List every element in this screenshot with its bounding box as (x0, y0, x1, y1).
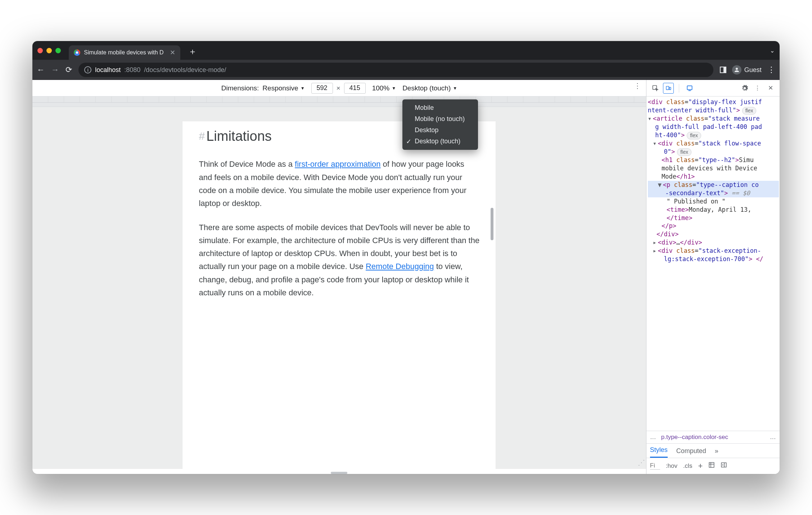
dom-node[interactable]: </time> (648, 214, 779, 222)
svg-rect-1 (666, 86, 669, 90)
browser-tab[interactable]: Simulate mobile devices with D ✕ (69, 45, 180, 60)
resize-handle-icon[interactable]: ⋰ (638, 458, 643, 467)
devtools-toolbar: ⋮ ✕ (646, 80, 780, 97)
device-toolbar-menu[interactable]: ⋮ (634, 81, 641, 90)
toggle-sidebar-icon[interactable] (721, 462, 727, 470)
device-type-option[interactable]: Desktop (touch) (402, 136, 478, 147)
dimension-ruler[interactable] (32, 97, 646, 103)
content-row: Dimensions: Responsive ▼ × 100% ▼ (32, 80, 780, 474)
tab-more[interactable]: » (715, 447, 718, 458)
chevron-down-icon: ▼ (453, 86, 457, 91)
url-host: localhost (95, 66, 121, 74)
device-toolbar: Dimensions: Responsive ▼ × 100% ▼ (32, 80, 646, 97)
dom-node[interactable]: <h1 class="type--h2">Simu (648, 156, 779, 164)
side-panel-icon[interactable] (720, 67, 726, 73)
width-input[interactable] (311, 83, 333, 94)
drag-handle[interactable] (331, 472, 347, 474)
devtools-menu-button[interactable]: ⋮ (752, 83, 763, 94)
dom-node[interactable]: ▾<div class="stack flow-space (648, 139, 779, 148)
paragraph-1: Think of Device Mode as a first-order ap… (199, 158, 479, 210)
dom-node[interactable]: mobile devices with Device (648, 164, 779, 173)
chevron-down-icon: ▼ (301, 86, 305, 91)
dom-node[interactable]: <time>Monday, April 13, (648, 206, 779, 214)
profile-label: Guest (744, 66, 762, 74)
svg-rect-4 (709, 462, 714, 467)
tab-strip: Simulate mobile devices with D ✕ ＋ ⌄ (32, 41, 780, 60)
tab-list-button[interactable]: ⌄ (770, 47, 775, 54)
dom-node[interactable]: <div class="display-flex justif (648, 98, 779, 106)
breadcrumb-selected[interactable]: p.type--caption.color-sec (661, 434, 728, 441)
profile-button[interactable]: Guest (732, 65, 762, 75)
styles-tabs: Styles Computed » (646, 444, 780, 458)
dom-node[interactable]: lg:stack-exception-700"> </ (648, 255, 779, 263)
dom-node[interactable]: 0">flex (648, 148, 779, 156)
forward-button[interactable]: → (51, 65, 59, 75)
paragraph-2: There are some aspects of mobile devices… (199, 221, 479, 300)
dom-node[interactable]: ▼<p class="type--caption co (648, 181, 779, 189)
url-port: :8080 (124, 66, 140, 74)
cls-button[interactable]: .cls (683, 462, 693, 470)
dom-node[interactable]: </p> (648, 222, 779, 230)
new-style-rule-button[interactable]: + (698, 461, 703, 471)
dom-node[interactable]: ntent-center width-full">flex (648, 106, 779, 115)
dom-node[interactable]: ht-400">flex (648, 131, 779, 139)
breadcrumb-overflow[interactable]: … (650, 434, 656, 441)
browser-menu-button[interactable]: ⋮ (767, 65, 775, 75)
elements-panel-icon[interactable] (684, 83, 695, 94)
close-window-button[interactable] (37, 48, 43, 53)
close-tab-button[interactable]: ✕ (170, 49, 175, 57)
window-controls (37, 48, 61, 53)
dom-breadcrumb[interactable]: … p.type--caption.color-sec … (646, 431, 780, 444)
chrome-icon (74, 49, 80, 56)
scrollbar-thumb[interactable] (491, 208, 493, 240)
new-tab-button[interactable]: ＋ (188, 46, 197, 57)
tab-styles[interactable]: Styles (650, 446, 668, 458)
settings-button[interactable] (739, 83, 750, 94)
back-button[interactable]: ← (37, 65, 45, 75)
dom-tree[interactable]: <div class="display-flex justifntent-cen… (646, 97, 780, 430)
hov-button[interactable]: :hov (666, 462, 677, 470)
svg-rect-3 (687, 86, 692, 90)
address-bar[interactable]: i localhost:8080/docs/devtools/device-mo… (78, 63, 713, 77)
dimension-separator: × (337, 84, 340, 92)
minimize-window-button[interactable] (46, 48, 52, 53)
browser-window: Simulate mobile devices with D ✕ ＋ ⌄ ← →… (32, 41, 780, 474)
height-input[interactable] (344, 83, 366, 94)
close-devtools-button[interactable]: ✕ (765, 83, 776, 94)
device-type-option[interactable]: Desktop (402, 125, 478, 136)
site-info-icon[interactable]: i (84, 66, 91, 73)
maximize-window-button[interactable] (55, 48, 61, 53)
inspect-element-button[interactable] (650, 83, 661, 94)
dom-node[interactable]: ▾<article class="stack measure (648, 115, 779, 123)
ruler-strip (32, 103, 646, 107)
dom-node[interactable]: ▸<div>…</div> (648, 238, 779, 247)
device-type-dropdown: MobileMobile (no touch)DesktopDesktop (t… (402, 99, 478, 150)
dom-node[interactable]: ▸<div class="stack-exception- (648, 247, 779, 255)
tab-title: Simulate mobile devices with D (84, 49, 163, 56)
tab-computed[interactable]: Computed (676, 447, 706, 458)
dom-node[interactable]: g width-full pad-left-400 pad (648, 123, 779, 131)
dimensions-mode-select[interactable]: Responsive ▼ (262, 84, 304, 92)
device-type-option[interactable]: Mobile (no touch) (402, 113, 478, 125)
zoom-select[interactable]: 100% ▼ (372, 84, 396, 92)
toolbar-right: Guest ⋮ (720, 65, 775, 75)
dom-node[interactable]: </div> (648, 230, 779, 238)
device-type-select[interactable]: Desktop (touch) ▼ (402, 84, 457, 92)
breadcrumb-overflow-right[interactable]: … (770, 434, 776, 441)
dom-node[interactable]: -secondary-text"> == $0 (648, 189, 779, 197)
styles-toolbar: :hov .cls + (646, 458, 780, 474)
dom-node[interactable]: " Published on " (648, 197, 779, 206)
styles-filter-input[interactable] (650, 462, 660, 470)
computed-styles-icon[interactable] (708, 462, 715, 470)
device-type-option[interactable]: Mobile (402, 102, 478, 113)
first-order-link[interactable]: first-order approximation (295, 160, 380, 169)
devtools-panel: ⋮ ✕ <div class="display-flex justifntent… (646, 80, 780, 474)
reload-button[interactable]: ⟳ (66, 65, 72, 75)
remote-debugging-link[interactable]: Remote Debugging (366, 262, 434, 271)
chevron-down-icon: ▼ (392, 86, 396, 91)
toggle-device-toolbar-button[interactable] (663, 83, 674, 94)
anchor-hash-icon[interactable]: # (199, 130, 205, 142)
svg-rect-2 (669, 87, 671, 90)
separator (679, 84, 679, 93)
dom-node[interactable]: Mode</h1> (648, 173, 779, 181)
